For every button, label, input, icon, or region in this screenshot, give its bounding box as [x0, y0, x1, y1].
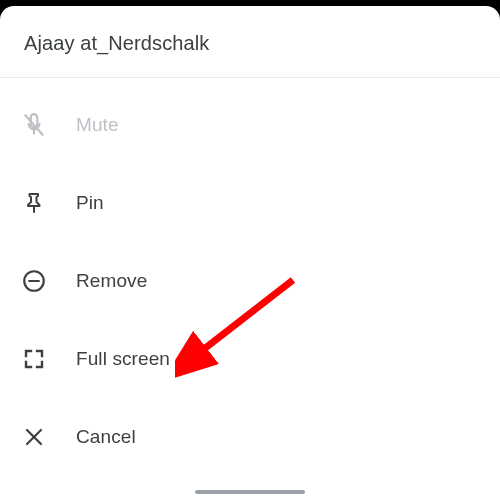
menu-list: Mute Pin Remove	[0, 78, 500, 476]
remove-icon	[20, 267, 48, 295]
action-sheet: Ajaay at_Nerdschalk Mute Pin	[0, 6, 500, 500]
sheet-title: Ajaay at_Nerdschalk	[0, 6, 500, 77]
mute-icon	[20, 111, 48, 139]
menu-item-label: Full screen	[76, 348, 170, 370]
menu-item-label: Pin	[76, 192, 104, 214]
menu-item-label: Remove	[76, 270, 147, 292]
close-icon	[20, 423, 48, 451]
menu-item-pin[interactable]: Pin	[0, 164, 500, 242]
menu-item-fullscreen[interactable]: Full screen	[0, 320, 500, 398]
pin-icon	[20, 189, 48, 217]
menu-item-cancel[interactable]: Cancel	[0, 398, 500, 476]
menu-item-label: Mute	[76, 114, 119, 136]
menu-item-mute: Mute	[0, 86, 500, 164]
fullscreen-icon	[20, 345, 48, 373]
menu-item-label: Cancel	[76, 426, 136, 448]
menu-item-remove[interactable]: Remove	[0, 242, 500, 320]
home-indicator	[195, 490, 305, 494]
